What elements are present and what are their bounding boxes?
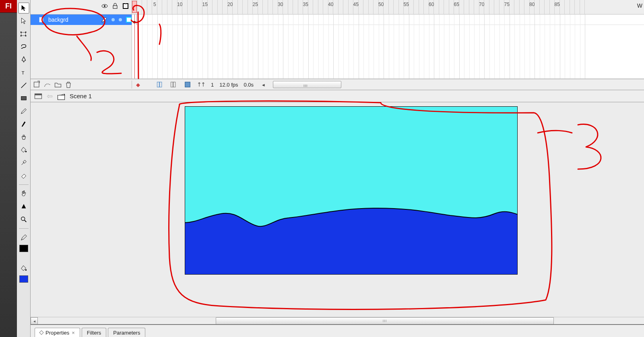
svg-text:T: T	[21, 70, 24, 75]
main-area: 5101520253035404550556065707580851 backg…	[31, 0, 644, 337]
svg-rect-25	[58, 95, 64, 99]
timeline-ruler[interactable]: 5101520253035404550556065707580851	[132, 0, 644, 14]
svg-rect-1	[20, 32, 21, 33]
svg-line-6	[21, 83, 26, 88]
svg-rect-24	[35, 93, 41, 95]
scene-clapper-icon	[57, 92, 66, 101]
tool-divider	[19, 184, 29, 185]
paint-bucket-tool[interactable]	[18, 144, 29, 155]
frames-column[interactable]	[132, 14, 644, 79]
svg-rect-4	[25, 35, 26, 37]
lock-header-icon[interactable]	[111, 2, 119, 10]
lasso-tool[interactable]	[18, 41, 29, 52]
tab-properties[interactable]: Properties×	[35, 328, 80, 337]
brush-tool[interactable]	[18, 118, 29, 130]
edit-multiple-frames-button[interactable]	[184, 81, 192, 89]
current-frame-value: 1	[211, 82, 214, 88]
onion-skin-button[interactable]	[156, 81, 164, 89]
scene-bar-right-label: W	[637, 2, 642, 9]
fill-swatch[interactable]	[19, 275, 28, 283]
layers-area: backgrd	[31, 14, 644, 79]
zoom-tool[interactable]	[18, 214, 29, 225]
svg-point-13	[104, 5, 105, 7]
pencil-tool[interactable]	[18, 105, 29, 117]
text-tool[interactable]: T	[18, 67, 29, 78]
svg-rect-3	[20, 35, 21, 37]
svg-line-10	[24, 220, 26, 222]
bottom-panel: Properties× Filters Parameters	[31, 324, 644, 337]
scene-back-button[interactable]: ⇦	[47, 92, 53, 101]
app-strip: Fl	[0, 0, 17, 337]
tab-filters-label: Filters	[87, 330, 101, 336]
edit-scene-button[interactable]	[34, 92, 43, 101]
layer-row-backgrd[interactable]: backgrd	[31, 14, 132, 25]
selection-tool[interactable]	[18, 2, 29, 14]
layer-type-icon	[39, 17, 44, 23]
svg-rect-2	[25, 32, 26, 33]
timeline-footer-left: ⋮⋮⋮	[31, 81, 132, 89]
fps-value: 12.0 fps	[219, 82, 238, 88]
frames-row[interactable]	[132, 14, 644, 25]
timeline-footer: ⋮⋮⋮ ◆ 1 12.0 fps 0.0s ◂ III	[31, 79, 644, 90]
tab-parameters-label: Parameters	[113, 330, 140, 336]
tools-panel: T	[17, 0, 31, 337]
scroll-left-button[interactable]: ◂	[259, 81, 267, 89]
stroke-color-pencil[interactable]	[18, 232, 29, 243]
new-folder-button[interactable]	[54, 81, 62, 89]
canvas-stage[interactable]	[185, 106, 518, 275]
new-layer-button[interactable]	[33, 81, 41, 89]
svg-rect-0	[21, 32, 25, 35]
tab-parameters[interactable]: Parameters	[108, 328, 145, 337]
flash-logo: Fl	[0, 0, 17, 13]
eraser-tool[interactable]	[18, 170, 29, 181]
onion-skin-outlines-button[interactable]	[170, 81, 178, 89]
svg-rect-14	[113, 6, 117, 8]
tab-filters[interactable]: Filters	[82, 328, 106, 337]
layer-name: backgrd	[48, 17, 97, 23]
new-motion-guide-button[interactable]	[43, 81, 52, 89]
line-tool[interactable]	[18, 80, 29, 91]
playhead-marker-icon: ◆	[136, 82, 140, 88]
ink-bottle-tool[interactable]	[18, 131, 29, 143]
layer-outline-box[interactable]	[126, 17, 132, 23]
tab-close-icon[interactable]: ×	[72, 330, 75, 336]
hscroll-thumb[interactable]: III	[216, 317, 554, 324]
delete-layer-button[interactable]	[64, 81, 72, 89]
timeline-scrollbar[interactable]: III	[273, 81, 341, 88]
scene-bar: ⇦ Scene 1 W	[31, 90, 644, 102]
svg-rect-7	[21, 97, 26, 100]
subselection-tool[interactable]	[18, 15, 29, 27]
app-root: Fl T	[0, 0, 644, 337]
svg-point-11	[25, 269, 27, 271]
svg-point-8	[25, 151, 27, 153]
layer-visibility-dot[interactable]	[111, 18, 115, 21]
zoom-tool-mask[interactable]	[18, 201, 29, 212]
rectangle-tool[interactable]	[18, 93, 29, 104]
pen-tool[interactable]	[18, 54, 29, 65]
svg-rect-22	[185, 82, 190, 87]
elapsed-value: 0.0s	[244, 82, 254, 88]
tool-divider-2	[19, 228, 29, 229]
layer-edit-icon	[101, 17, 107, 23]
stage-area[interactable]: ◂ III	[31, 102, 644, 324]
fill-color-bucket[interactable]	[18, 263, 29, 274]
free-transform-tool[interactable]	[18, 28, 29, 39]
tab-properties-label: Properties	[45, 330, 69, 336]
scene-name: Scene 1	[70, 93, 92, 99]
resize-gripper[interactable]: ⋮⋮⋮	[120, 2, 131, 8]
hscroll-left-button[interactable]: ◂	[31, 317, 38, 324]
svg-rect-17	[34, 82, 39, 87]
layer-header-spacer	[31, 0, 132, 14]
layer-lock-dot[interactable]	[119, 18, 122, 21]
svg-point-9	[21, 217, 25, 221]
stage-h-scrollbar[interactable]: ◂ III	[31, 317, 644, 324]
stroke-swatch[interactable]	[19, 245, 28, 252]
hand-tool[interactable]	[18, 188, 29, 199]
sea-shape	[185, 207, 518, 275]
eyedropper-tool[interactable]	[18, 157, 29, 168]
timeline-footer-right: ◆ 1 12.0 fps 0.0s ◂ III	[132, 81, 644, 89]
layers-column: backgrd	[31, 14, 132, 79]
visibility-header-icon[interactable]	[101, 2, 108, 10]
tab-diamond-icon	[39, 330, 43, 335]
modify-onion-markers-button[interactable]	[197, 81, 205, 89]
